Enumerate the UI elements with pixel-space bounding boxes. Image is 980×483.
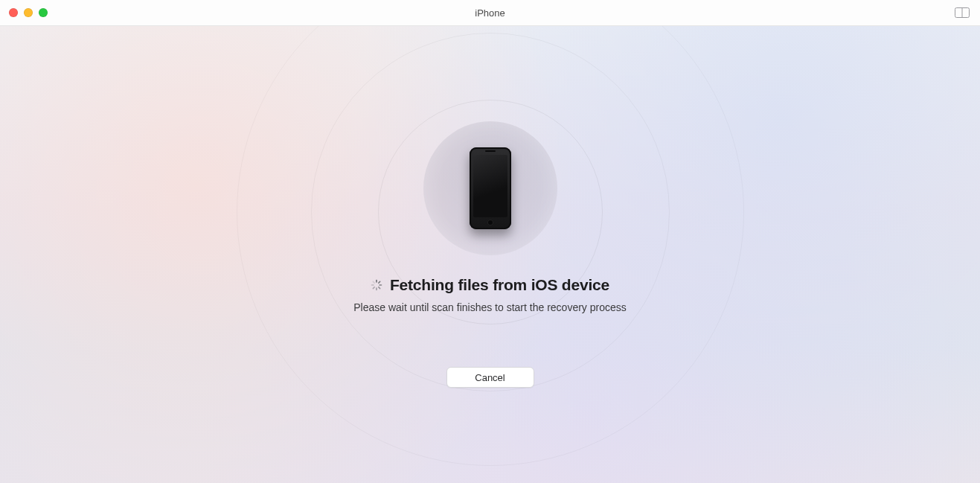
iphone-device-icon: [470, 147, 511, 229]
close-icon[interactable]: [9, 8, 18, 17]
minimize-icon[interactable]: [24, 8, 33, 17]
status-heading: Fetching files from iOS device: [390, 276, 609, 294]
window-title: iPhone: [0, 7, 980, 19]
spinner-icon: [371, 279, 382, 291]
cancel-button[interactable]: Cancel: [446, 367, 534, 388]
status-subtext: Please wait until scan finishes to start…: [353, 301, 627, 313]
cancel-button-label: Cancel: [475, 372, 505, 383]
device-illustration: [423, 121, 557, 255]
svg-line-5: [379, 287, 380, 289]
svg-line-3: [379, 281, 380, 283]
main-content: Fetching files from iOS device Please wa…: [0, 26, 980, 483]
zoom-icon[interactable]: [39, 8, 48, 17]
split-view-icon[interactable]: [955, 7, 970, 18]
svg-line-9: [373, 281, 374, 283]
window-controls: [0, 8, 48, 17]
app-window: iPhone: [0, 0, 980, 483]
titlebar: iPhone: [0, 0, 980, 26]
svg-line-7: [373, 287, 374, 289]
